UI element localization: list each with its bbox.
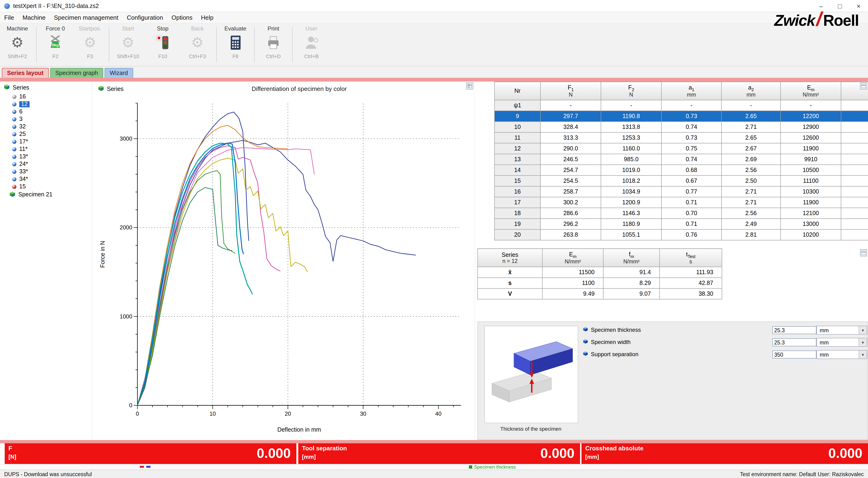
menu-help[interactable]: Help bbox=[197, 12, 218, 23]
table-row[interactable]: 10328.41313.80.742.7112900325 bbox=[495, 122, 868, 132]
value-cell: 246 bbox=[841, 154, 868, 165]
value-cell: 12600 bbox=[780, 132, 841, 143]
tree-item-11[interactable]: 11* bbox=[0, 145, 92, 153]
tree-item-specimen-21[interactable]: Specimen 21 bbox=[0, 190, 92, 199]
toolbar-button-print[interactable]: PrintCtrl+D bbox=[256, 24, 291, 66]
table-row[interactable]: 17300.21200.90.712.7111900300 bbox=[495, 197, 868, 208]
tree-item-34[interactable]: 34* bbox=[0, 175, 92, 183]
logo-roell-text: Roell bbox=[823, 12, 859, 30]
tree-item-33[interactable]: 33* bbox=[0, 168, 92, 175]
tab-series-layout[interactable]: Series layout bbox=[2, 68, 49, 78]
value-cell: 11900 bbox=[780, 143, 841, 154]
table-row[interactable]: 20263.81055.10.762.8110200264 bbox=[495, 229, 868, 240]
table-row[interactable]: 16258.71034.90.772.7110300258 bbox=[495, 186, 868, 197]
unit-select-specimen-thickness[interactable]: mm▾ bbox=[816, 326, 867, 335]
tree-item-16[interactable]: 16 bbox=[0, 93, 92, 100]
menu-machine[interactable]: Machine bbox=[18, 12, 50, 23]
table-row[interactable]: 13246.5985.00.742.699910246 bbox=[495, 154, 868, 165]
column-header-f2: F2N bbox=[601, 82, 661, 100]
value-cell: 296 bbox=[841, 218, 868, 229]
value-cell: 296.2 bbox=[540, 218, 601, 229]
toolbar-button-stop[interactable]: StopF10 bbox=[145, 24, 180, 66]
chart-legend-label: Series bbox=[107, 86, 124, 92]
blue-cube-icon bbox=[583, 339, 588, 345]
svg-text:40: 40 bbox=[435, 411, 441, 417]
tab-wizard[interactable]: Wizard bbox=[104, 68, 133, 78]
table-row[interactable]: 14254.71019.00.682.5610500254 bbox=[495, 165, 868, 175]
specimen-parameters-panel: Thickness of the specimen Specimen thick… bbox=[477, 321, 868, 440]
field-input-specimen-width[interactable] bbox=[772, 338, 816, 346]
unit-select-specimen-width[interactable]: mm▾ bbox=[816, 338, 867, 347]
toolbar-shortcut-label: F8 bbox=[232, 54, 239, 59]
svg-text:0: 0 bbox=[129, 402, 132, 408]
stats-value-cell: 38.30 bbox=[659, 288, 722, 299]
tree-item-label: 17* bbox=[19, 138, 28, 144]
table-row[interactable]: 15254.51018.20.672.5011100254 bbox=[495, 175, 868, 186]
maximize-button[interactable]: □ bbox=[831, 0, 849, 11]
series-cube-icon bbox=[4, 84, 10, 91]
svg-text:3000: 3000 bbox=[120, 135, 132, 142]
stats-row-label: s bbox=[477, 278, 542, 288]
column-header-nr: Nr bbox=[495, 82, 540, 100]
toolbar-button-force-0[interactable]: Force 00kgF2 bbox=[38, 24, 73, 66]
chart-expand-button[interactable] bbox=[466, 82, 473, 90]
menu-file[interactable]: File bbox=[0, 12, 18, 23]
table-row[interactable]: 9297.71190.80.732.6512200296 bbox=[495, 111, 868, 122]
toolbar-button-back[interactable]: Back⚙Ctrl+F3 bbox=[180, 24, 215, 66]
tree-item-25[interactable]: 25 bbox=[0, 130, 92, 138]
toolbar-shortcut-label: Ctrl+F3 bbox=[189, 54, 206, 59]
toolbar-shortcut-label: F10 bbox=[158, 54, 167, 59]
menu-configuration[interactable]: Configuration bbox=[123, 12, 167, 23]
value-cell: 2.56 bbox=[721, 165, 780, 175]
field-input-support-separation[interactable] bbox=[772, 350, 816, 358]
table-row[interactable]: 11313.31253.30.732.6512600313 bbox=[495, 132, 868, 143]
tab-specimen-graph[interactable]: Specimen graph bbox=[50, 68, 103, 78]
value-cell: 246.5 bbox=[540, 154, 601, 165]
close-button[interactable]: × bbox=[849, 0, 868, 11]
specimen-ball-icon bbox=[12, 109, 17, 114]
value-cell: 9910 bbox=[780, 154, 841, 165]
value-cell: - bbox=[540, 100, 601, 111]
table-row[interactable]: 18286.61146.30.702.5612100287 bbox=[495, 208, 868, 218]
tree-item-32[interactable]: 32 bbox=[0, 123, 92, 130]
value-cell: 258.7 bbox=[540, 186, 601, 197]
toolbar-button-machine[interactable]: Machine⚙Shift+F2 bbox=[0, 24, 35, 66]
value-cell: 1160.0 bbox=[601, 143, 661, 154]
tree-item-17[interactable]: 17* bbox=[0, 138, 92, 145]
toolbar-button-label: Startpos. bbox=[79, 25, 101, 32]
table-row[interactable]: 12290.01160.00.752.6711900290 bbox=[495, 143, 868, 154]
tree-item-3[interactable]: 3 bbox=[0, 115, 92, 123]
toolbar-button-user[interactable]: UserCtrl+B bbox=[294, 24, 329, 66]
tree-item-13[interactable]: 13* bbox=[0, 153, 92, 160]
statistics-table-expand-button[interactable] bbox=[860, 249, 867, 257]
toolbar-button-start[interactable]: Start⚙Shift+F10 bbox=[111, 24, 145, 66]
tree-item-15[interactable]: 15 bbox=[0, 183, 92, 190]
live-bar-name: Crosshead absolute bbox=[585, 445, 644, 452]
toolbar-button-startpos[interactable]: Startpos.⚙F3 bbox=[73, 24, 107, 66]
tree-root-series[interactable]: Series bbox=[0, 81, 92, 93]
value-cell: 264 bbox=[841, 229, 868, 240]
value-cell: 2.67 bbox=[721, 143, 780, 154]
tree-item-6[interactable]: 6 bbox=[0, 108, 92, 115]
menu-specimen-management[interactable]: Specimen management bbox=[50, 12, 123, 23]
tree-item-12[interactable]: 12 bbox=[0, 100, 92, 108]
value-cell: 1019.0 bbox=[601, 165, 661, 175]
unit-select-support-separation[interactable]: mm▾ bbox=[816, 350, 867, 359]
row-number-cell: 9 bbox=[495, 111, 540, 122]
field-input-specimen-thickness[interactable] bbox=[772, 326, 816, 334]
table-row[interactable]: 19296.21180.90.712.4913000296 bbox=[495, 218, 868, 229]
tree-item-label: 25 bbox=[19, 131, 26, 137]
table-row[interactable]: ψ1------ bbox=[495, 100, 868, 111]
specimen-ball-icon bbox=[12, 184, 17, 189]
toolbar-button-evaluate[interactable]: EvaluateF8 bbox=[218, 24, 253, 66]
tree-item-24[interactable]: 24* bbox=[0, 160, 92, 168]
value-cell: 254.7 bbox=[540, 165, 601, 175]
curve-specimen-darkgreen bbox=[137, 187, 232, 405]
live-bar-value: 0.000 bbox=[540, 446, 575, 461]
results-table-expand-button[interactable] bbox=[860, 82, 867, 90]
svg-text:0: 0 bbox=[136, 411, 139, 417]
legend-marker bbox=[140, 466, 144, 468]
status-bar: DUPS - Download was unsuccessful Test en… bbox=[0, 470, 868, 478]
value-cell: 0.77 bbox=[661, 186, 721, 197]
menu-options[interactable]: Options bbox=[167, 12, 197, 23]
